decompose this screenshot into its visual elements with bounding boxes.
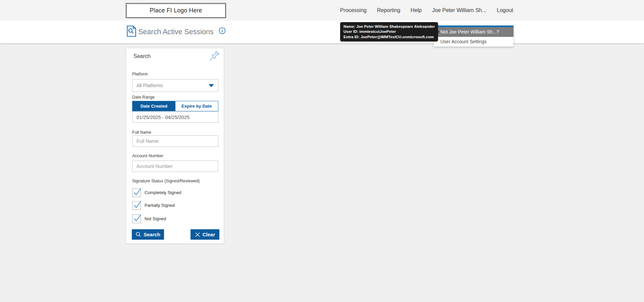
not-signed-checkbox[interactable] (132, 215, 141, 223)
search-button-label: Search (144, 232, 160, 237)
menu-item-not-user[interactable]: Not Joe Peter William Sh...? (434, 27, 514, 37)
tooltip-entraid-line: Entra ID: JoePeter@IMMTestCU.onmicrosoft… (343, 35, 435, 40)
checkbox-label: Partially Signed (145, 203, 175, 208)
pin-icon[interactable] (208, 50, 220, 63)
checkbox-row-partially-signed: Partially Signed (132, 201, 218, 210)
full-name-label: Full Name (132, 130, 151, 135)
platform-selected-value: All Platforms (137, 83, 209, 88)
full-name-input[interactable] (132, 135, 218, 147)
check-icon (133, 214, 142, 223)
completely-signed-checkbox[interactable] (132, 188, 141, 197)
panel-title: Search (133, 53, 151, 59)
search-button[interactable]: Search (132, 229, 164, 240)
page-header (0, 20, 644, 43)
nav-help[interactable]: Help (411, 7, 422, 13)
tooltip-arrow (436, 29, 439, 34)
check-icon (133, 200, 142, 209)
nav-reporting[interactable]: Reporting (377, 7, 400, 13)
nav-logout[interactable]: Logout (497, 7, 513, 13)
clear-button-label: Clear (203, 232, 215, 237)
date-range-toggle: Date Created Expire by Date (132, 101, 218, 111)
platform-select[interactable]: All Platforms (132, 79, 218, 92)
user-dropdown-menu: Not Joe Peter William Sh...? User Accoun… (434, 25, 514, 47)
platform-label: Platform (132, 72, 148, 76)
partially-signed-checkbox[interactable] (132, 201, 141, 210)
signature-status-label: Signature Status (Signed/Reviewed) (132, 179, 200, 183)
search-panel: Search Platform All Platforms Date Range… (126, 48, 224, 244)
user-info-tooltip: Name: Joe Peter William Shakespeare Alek… (340, 22, 438, 42)
nav-user-name[interactable]: Joe Peter William Sh... (432, 7, 486, 13)
x-icon (195, 232, 200, 237)
checkbox-label: Not Signed (145, 216, 166, 221)
svg-text:i: i (222, 28, 223, 33)
search-sessions-icon (127, 25, 136, 38)
menu-item-account-settings[interactable]: User Account Settings (434, 37, 514, 47)
chevron-down-icon (209, 84, 214, 87)
account-number-input[interactable] (132, 161, 218, 172)
clear-button[interactable]: Clear (191, 229, 219, 240)
search-icon (136, 232, 141, 237)
tooltip-name-line: Name: Joe Peter William Shakespeare Alek… (343, 24, 435, 29)
date-range-input[interactable] (132, 112, 218, 123)
account-number-label: Account Number (132, 154, 163, 158)
top-bar: Place FI Logo Here Processing Reporting … (0, 0, 644, 20)
fi-logo-placeholder: Place FI Logo Here (126, 3, 226, 18)
main-nav: Processing Reporting Help Joe Peter Will… (340, 0, 513, 20)
check-icon (133, 188, 142, 196)
tooltip-userid-line: User ID: immtestcu\JoePeter (343, 29, 435, 34)
nav-processing[interactable]: Processing (340, 7, 367, 13)
checkbox-row-not-signed: Not Signed (132, 214, 218, 223)
checkbox-row-completely-signed: Completely Signed (132, 188, 218, 197)
page: Place FI Logo Here Processing Reporting … (0, 0, 644, 302)
info-icon[interactable]: i (219, 27, 226, 36)
page-title: Search Active Sessions (138, 20, 214, 43)
fi-logo-text: Place FI Logo Here (150, 7, 202, 14)
toggle-expire-by-date[interactable]: Expire by Date (175, 101, 218, 111)
date-range-label: Date Range (132, 95, 155, 100)
checkbox-label: Completely Signed (145, 190, 181, 195)
toggle-date-created[interactable]: Date Created (132, 101, 175, 111)
